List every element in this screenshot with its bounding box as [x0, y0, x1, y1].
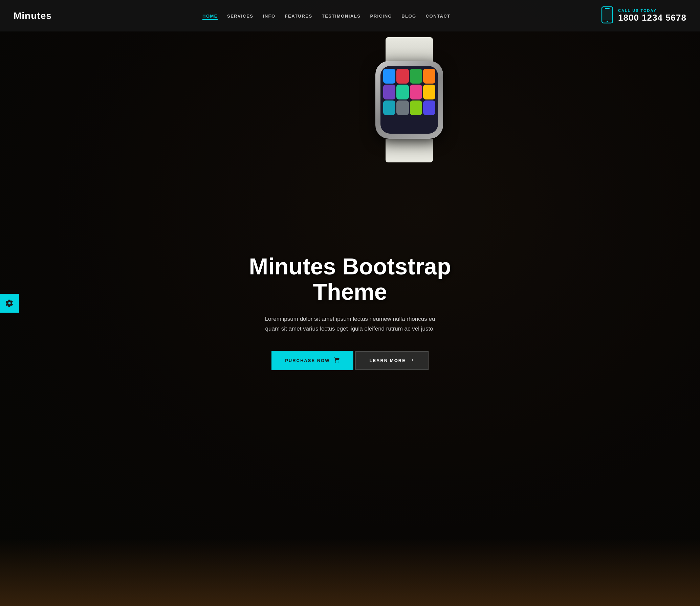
navbar: Minutes HOME SERVICES INFO FEATURES TEST… [0, 0, 700, 31]
purchase-now-button[interactable]: PURCHASE NOW [271, 351, 353, 370]
purchase-label: PURCHASE NOW [285, 358, 330, 363]
contact-info-block: CALL US TODAY 1800 1234 5678 [601, 6, 686, 25]
hero-section: Minutes HOME SERVICES INFO FEATURES TEST… [0, 0, 700, 606]
call-us-label: CALL US TODAY [618, 8, 686, 13]
nav-link-testimonials[interactable]: TESTIMONIALS [322, 14, 361, 19]
contact-details: CALL US TODAY 1800 1234 5678 [618, 8, 686, 23]
nav-link-pricing[interactable]: PRICING [370, 14, 392, 19]
svg-rect-3 [603, 9, 612, 20]
nav-link-contact[interactable]: CONTACT [426, 14, 451, 19]
nav-link-home[interactable]: HOME [202, 14, 218, 20]
nav-links: HOME SERVICES INFO FEATURES TESTIMONIALS… [202, 13, 451, 19]
nav-item-blog[interactable]: BLOG [401, 13, 416, 19]
settings-button[interactable] [0, 294, 19, 313]
hero-buttons: PURCHASE NOW LEARN MORE [271, 351, 429, 370]
nav-item-testimonials[interactable]: TESTIMONIALS [322, 13, 361, 19]
nav-item-features[interactable]: FEATURES [285, 13, 312, 19]
phone-icon [601, 6, 613, 25]
cart-icon [334, 357, 340, 364]
nav-item-services[interactable]: SERVICES [227, 13, 254, 19]
hero-content: Minutes Bootstrap Theme Lorem ipsum dolo… [0, 18, 700, 606]
brand-logo[interactable]: Minutes [14, 10, 52, 21]
nav-item-info[interactable]: INFO [263, 13, 276, 19]
nav-item-home[interactable]: HOME [202, 13, 218, 19]
gear-icon [5, 299, 14, 307]
nav-link-info[interactable]: INFO [263, 14, 276, 19]
svg-point-2 [607, 21, 608, 22]
nav-item-pricing[interactable]: PRICING [370, 13, 392, 19]
hero-title: Minutes Bootstrap Theme [215, 254, 485, 305]
nav-link-services[interactable]: SERVICES [227, 14, 254, 19]
nav-item-contact[interactable]: CONTACT [426, 13, 451, 19]
nav-link-features[interactable]: FEATURES [285, 14, 312, 19]
phone-number[interactable]: 1800 1234 5678 [618, 13, 686, 23]
svg-rect-1 [605, 8, 610, 9]
learn-more-button[interactable]: LEARN MORE [355, 351, 428, 370]
hero-description: Lorem ipsum dolor sit amet ipsum lectus … [262, 314, 438, 334]
learn-more-label: LEARN MORE [369, 358, 406, 363]
nav-link-blog[interactable]: BLOG [401, 14, 416, 19]
chevron-right-icon [410, 358, 415, 363]
